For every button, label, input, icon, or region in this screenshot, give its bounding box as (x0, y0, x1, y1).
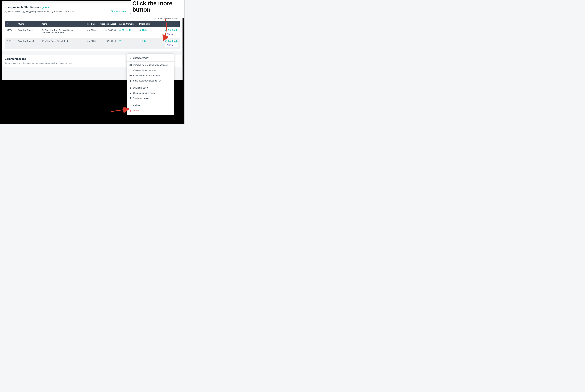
email-icon (23, 11, 26, 12)
svg-rect-9 (129, 30, 130, 30)
menu-view-quote-customer[interactable]: View quote as customer (127, 68, 174, 73)
edit-label: Edit (45, 6, 49, 9)
chevron-down-icon (174, 34, 176, 34)
svg-rect-20 (130, 93, 132, 94)
customer-name: marquee tech (Tim Verwey) (5, 6, 40, 9)
annotation-arrow-icon (110, 108, 129, 113)
edit-icon (42, 6, 44, 9)
file-icon[interactable] (129, 29, 131, 31)
quote-name: Wedding Quote 2 (16, 38, 40, 49)
eye-icon[interactable] (119, 40, 122, 42)
file-icon (130, 97, 132, 100)
start-new-quote-button[interactable]: Start new quote (107, 9, 128, 13)
menu-costs-summary[interactable]: Costs Summary (127, 56, 174, 61)
quote-id: 71604 (5, 38, 16, 49)
quotes-table: # Quote Items Hire Date Price (ex. taxes… (5, 21, 180, 49)
archive-icon (130, 104, 132, 106)
phone-icon (5, 11, 7, 13)
quote-hire-date: 11, Mar 2023 (80, 27, 97, 38)
svg-point-14 (130, 70, 131, 70)
table-icon (130, 74, 132, 77)
chevron-down-icon (174, 44, 176, 46)
duplicate-icon (130, 87, 132, 89)
table-row: 71604 Wedding Quote 2 10 x 15m Beige Str… (5, 38, 180, 49)
eye-icon[interactable] (122, 29, 125, 30)
plus-icon (108, 10, 110, 12)
svg-rect-22 (130, 104, 132, 105)
col-items: Items (40, 21, 80, 27)
menu-start-new-quote[interactable]: Start new quote (127, 96, 174, 101)
menu-archive[interactable]: Archive (127, 103, 174, 108)
svg-rect-18 (130, 88, 132, 89)
menu-delete[interactable]: Delete (127, 108, 174, 113)
annotation-callout: Click the more button (131, 0, 184, 18)
customer-phone: 07710332665 (5, 10, 20, 13)
col-hire-date: Hire Date (80, 21, 97, 27)
svg-rect-23 (130, 105, 132, 106)
plus-icon (139, 40, 141, 42)
customer-location: Fareham, PO15 6PR (52, 10, 74, 13)
col-action: Action Complete (118, 21, 138, 27)
svg-rect-25 (130, 110, 131, 112)
edit-customer-button[interactable]: Edit (42, 6, 49, 9)
svg-rect-27 (130, 110, 131, 110)
menu-save-pdf[interactable]: Save customer quote as PDF (127, 78, 174, 84)
columns-icon[interactable] (119, 29, 121, 31)
dollar-icon (130, 57, 132, 59)
quote-hire-date: 11, Mar 2023 (80, 38, 97, 49)
menu-sample-quote[interactable]: Create a sample quote (127, 90, 174, 96)
col-price: Price (ex. taxes) (97, 21, 118, 27)
trash-icon (130, 110, 132, 112)
table-row: 55784 Wedding Quote 3x Giant Hat Tipi - … (5, 27, 180, 38)
add-dashboard-button[interactable]: Add (139, 40, 146, 42)
col-quote: Quote (16, 21, 40, 27)
quote-price: £12,442.30 (97, 27, 118, 38)
pdf-icon (130, 80, 132, 82)
user-icon (130, 69, 132, 72)
svg-point-11 (120, 40, 120, 41)
more-button[interactable]: More… (165, 43, 178, 47)
quote-items: 10 x 15m Beige Stretch Tent (40, 38, 80, 49)
eraser-icon (139, 29, 142, 31)
svg-rect-26 (130, 110, 131, 110)
more-dropdown-menu: Costs Summary Remove from Customer dashb… (127, 54, 174, 115)
col-num: # (5, 21, 16, 27)
annotation-text: Click the more button (132, 0, 183, 13)
columns-icon (130, 64, 132, 66)
col-dashboard: Dashboard (138, 21, 158, 27)
customer-email: tim@marqueetech.co.uk (23, 10, 49, 13)
duplicate-icon (130, 92, 132, 94)
card-icon[interactable] (126, 29, 128, 30)
quote-price: £2,596.44 (97, 38, 118, 49)
quote-items: 3x Giant Hat Tipi - Dining & Dance Giant… (40, 27, 80, 38)
menu-view-all-quotes[interactable]: View all quotes as customer (127, 73, 174, 78)
menu-duplicate-quote[interactable]: Duplicate quote (127, 85, 174, 90)
menu-remove-dashboard[interactable]: Remove from Customer dashboard (127, 62, 174, 68)
svg-rect-10 (129, 30, 130, 30)
hide-dashboard-button[interactable]: Hide (139, 29, 147, 31)
annotation-arrow-icon (158, 16, 170, 43)
svg-rect-0 (23, 11, 25, 12)
quote-name: Wedding Quote (16, 27, 40, 38)
svg-rect-8 (126, 30, 128, 30)
svg-point-6 (123, 30, 124, 30)
location-icon (52, 11, 54, 13)
quote-id: 55784 (5, 27, 16, 38)
